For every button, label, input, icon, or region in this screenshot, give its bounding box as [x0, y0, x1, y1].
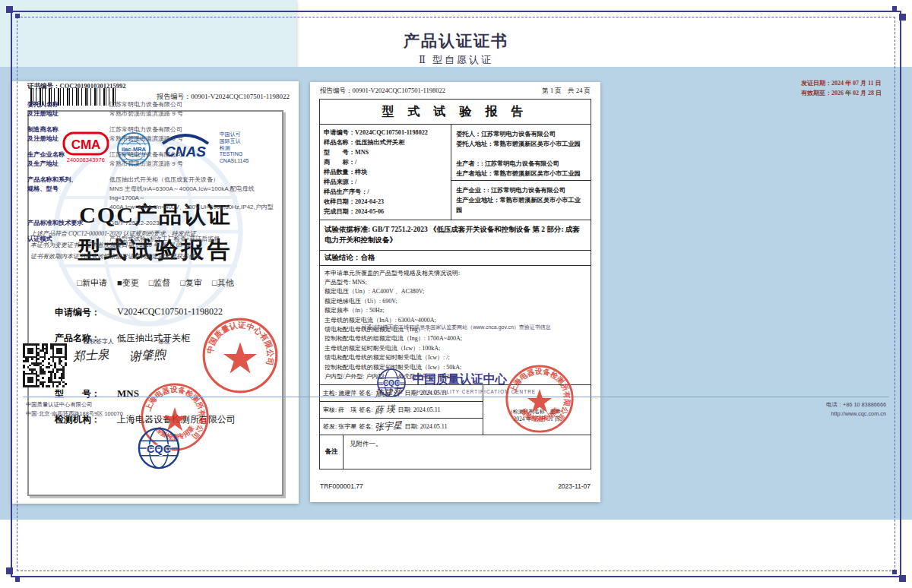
statement-line: 本证书为变更证书。证书首次颁发日期：2020 年 06 月 09 日: [30, 239, 207, 251]
field-value: 江苏常明电力设备有限公司 常熟市碧溪街道滨溪路 9 号: [109, 150, 183, 169]
valid-to-date: 有效期至：2026 年 02 月 28 日: [801, 89, 882, 99]
phone-number: 电话：+86 10 83886666: [826, 400, 886, 409]
qr-code: [23, 343, 67, 387]
field-value: GB/T 7251.2-2023: [109, 219, 160, 228]
certificate-field-row: 产品名称和系列、 规格、型号 低压抽出式开关柜（低压成套开关设备） MNS 主母…: [27, 175, 278, 212]
field-label: 产品名称和系列、 规格、型号: [27, 175, 109, 212]
footer-divider: [23, 397, 889, 397]
handwritten-signature: 郑士泉: [72, 346, 109, 365]
corner-decoration: [899, 14, 906, 21]
field-label: 生产企业名称 及生产地址: [27, 150, 109, 169]
website-url: http://www.cqc.com.cn: [826, 409, 886, 419]
certificate-dates: 发证日期：2024 年 07 月 11 日 有效期至：2026 年 02 月 2…: [801, 79, 882, 99]
cqc-globe-icon: CQC: [376, 368, 407, 398]
certificate-footer-right: 电话：+86 10 83886666 http://www.cqc.com.cn: [826, 400, 886, 419]
field-label: 产品标准和技术要求: [27, 219, 109, 228]
cqc-brand-row: CQC 中国质量认证中心 CHINA QUALITY CERTIFICATION…: [0, 368, 912, 398]
certificate-field-row: 制造商名称 及注册地址 江苏常明电力设备有限公司 常熟市碧溪街道滨溪路 9 号: [27, 125, 278, 144]
certificate-page: CQC 产品认证证书 Ⅱ 型自愿认证 证书编号：CQC2019010301215…: [0, 0, 296, 433]
signer-labels: 授权签字人 签发: [84, 337, 170, 346]
field-value: 江苏常明电力设备有限公司 常熟市碧溪街道滨溪路 9 号: [109, 125, 183, 144]
corner-decoration: [892, 570, 897, 574]
stamp-star-icon: [527, 389, 551, 413]
cqc-company-stamp: 中国质量认证中心有限公司: [201, 316, 280, 395]
signatures: 郑士泉 谢肇煦: [73, 348, 166, 364]
field-value: 江苏常明电力设备有限公司 常熟市碧溪街道滨溪路 9 号: [109, 100, 183, 119]
issuer-label: 签发: [158, 337, 170, 346]
field-label: 制造商名称 及注册地址: [27, 125, 109, 144]
certificate-field-row: 产品标准和技术要求 GB/T 7251.2-2023: [27, 219, 278, 228]
field-value: 低压抽出式开关柜（低压成套开关设备） MNS 主母线InA=6300A～4000…: [109, 175, 278, 212]
issue-date: 发证日期：2024 年 07 月 11 日: [801, 79, 882, 89]
certificate-field-row: 委托人名称 及注册地址 江苏常明电力设备有限公司 常熟市碧溪街道滨溪路 9 号: [27, 100, 278, 119]
corner-decoration: [899, 575, 906, 582]
handwritten-signature: 谢肇煦: [128, 346, 166, 365]
stamp-star-icon: [223, 342, 257, 373]
certificate-field-row: 生产企业名称 及生产地址 江苏常明电力设备有限公司 常熟市碧溪街道滨溪路 9 号: [27, 150, 278, 169]
corner-decoration: [15, 577, 20, 582]
corner-decoration: [6, 567, 13, 574]
certificate-subtitle: Ⅱ 型自愿认证: [0, 53, 912, 67]
corner-decoration: [6, 6, 13, 13]
field-label: 委托人名称 及注册地址: [27, 100, 109, 119]
certificate-statements: 上述产品符合 CQC12-000001-2020 认证规则的要求，特发此证。本证…: [30, 228, 207, 262]
svg-text:CQC: CQC: [383, 379, 400, 387]
corner-decoration: [15, 14, 20, 18]
inspection-stamp: 上海电器设备检测所有限公司 检验检测专用章: [505, 364, 575, 434]
qr-verification-note: 可通过扫描下方二维码或登录国家认监委网站（www.cnca.gov.cn）查验证…: [0, 324, 912, 331]
statement-line: 上述产品符合 CQC12-000001-2020 认证规则的要求，特发此证。: [30, 228, 207, 239]
certificate-title: 产品认证证书: [0, 30, 912, 52]
svg-text:检验检测专用章: 检验检测专用章: [518, 406, 560, 424]
certificate-footer-left: 中国质量认证中心有限公司 中国·北京·南四环西路188号9区 100070: [26, 400, 123, 419]
statement-line: 证书有效期内本证书的有效性依据发证机构的定期监督获得保持。: [30, 251, 207, 262]
authorized-signer-label: 授权签字人: [84, 337, 114, 346]
certificate-number: 证书编号：CQC2019010301215992: [27, 82, 125, 91]
corner-decoration: [892, 6, 897, 11]
